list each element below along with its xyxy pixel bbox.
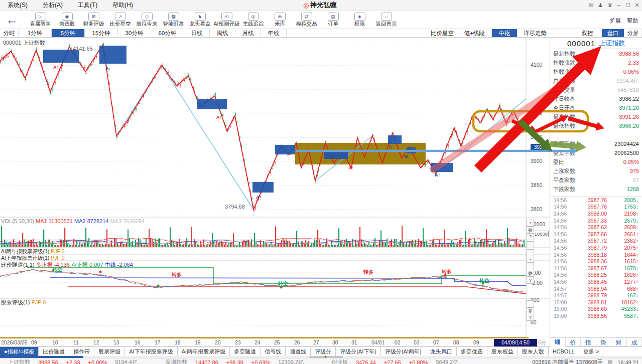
menu-help[interactable]: 帮助(H) <box>105 1 141 10</box>
permissions-button[interactable]: ◈权限 <box>346 13 373 27</box>
expand-button[interactable]: 扩展 <box>610 17 621 25</box>
x-axis-label: 23 <box>235 339 241 346</box>
maximize-button[interactable]: ☐ <box>625 2 630 9</box>
period-tab-week[interactable]: 周线 <box>210 29 235 37</box>
quote-mini-tab-detail[interactable]: 细 <box>550 338 566 347</box>
watchlist-button[interactable]: ◉自选股 <box>54 13 80 27</box>
quote-row: 委卖手数20962500 <box>550 148 642 157</box>
x-axis-label: 20 <box>215 339 221 346</box>
quote-mini-tab-finance[interactable]: 财 <box>611 338 627 346</box>
tape-row: 14:573988.94688↑ <box>550 285 642 292</box>
panel-button[interactable]: 参 <box>527 227 534 234</box>
tunnel-mid: 中线 -2.064 <box>105 262 133 268</box>
period-tab-1min[interactable]: 1分钟 <box>19 29 52 37</box>
indicator-tab-leader-gap[interactable]: 龙头风口 <box>426 347 457 356</box>
menu-system[interactable]: 系统(S) <box>0 1 35 10</box>
quote-mini-tab-price[interactable]: 价 <box>566 338 581 346</box>
help-button[interactable]: 帮助 <box>627 17 638 25</box>
finance-rating-button[interactable]: ⊞财务评级 <box>80 13 107 27</box>
period-tab-30min[interactable]: 30分钟 <box>118 29 151 37</box>
menu-analysis[interactable]: 分析(A) <box>35 1 70 10</box>
period-tab-month[interactable]: 月线 <box>235 29 261 37</box>
sim-trading-button[interactable]: ⇄模拟交易 <box>293 13 320 27</box>
panel-button[interactable]: ? <box>527 314 534 321</box>
period-tab-15min[interactable]: 15分钟 <box>85 29 118 37</box>
indicator-tab-shareholder-equity[interactable]: 股东权益 <box>487 347 518 356</box>
panel-button[interactable]: - <box>527 256 534 263</box>
mode-tab-price-compare-sky[interactable]: 比价星空 <box>428 29 457 37</box>
period-tab-60min[interactable]: 60分钟 <box>151 29 184 37</box>
quote-mini-tab-volume[interactable]: 成 <box>627 338 642 346</box>
indicator-tab-long-short-tunnel[interactable]: 多空隧道 <box>230 347 261 356</box>
panel-button[interactable]: - <box>527 241 534 248</box>
panel-button[interactable]: - <box>527 262 534 269</box>
status-segment: 上证指数 <box>8 358 30 364</box>
tape-price: 3987.62 <box>573 224 607 230</box>
vip-icon[interactable]: ♛ <box>607 2 612 9</box>
mail-icon[interactable]: ✉ <box>589 2 593 9</box>
ai-predict-rating-button[interactable]: AIAI预测评级 <box>213 13 240 27</box>
indicator-tab-channel-line[interactable]: 通道线 <box>286 347 311 356</box>
leader-watch-button[interactable]: ♞龙头看盘 <box>187 13 213 27</box>
tape-price: 3987.79 <box>573 245 607 251</box>
indicator-tab-long-short-select[interactable]: 多空优选 <box>457 347 487 356</box>
user-icon[interactable]: ♟ <box>598 2 603 9</box>
tape-volume: 2108↑ <box>607 211 642 217</box>
price-compare-sky-button[interactable]: ↗比价星空 <box>107 13 134 27</box>
minimize-button[interactable]: ─ <box>617 2 621 8</box>
mode-tab-pen-segment[interactable]: 笔+线段 <box>457 29 492 37</box>
miku-button[interactable]: 米米库 <box>267 13 293 27</box>
indicator-tab-rating-score-ai-next[interactable]: 评级分(AI下年) <box>336 347 381 356</box>
live-teaching-button[interactable]: ▷直播教学 <box>27 13 54 27</box>
rating-value: PJF 0 <box>32 299 46 305</box>
quote-row-label: 委比 <box>553 158 564 166</box>
period-tab-time[interactable]: 分时 <box>0 29 19 37</box>
indicator-tab-ai-twoyear-rating[interactable]: AI两年报股票评级 <box>178 347 230 356</box>
panel-button[interactable]: ? <box>527 233 534 240</box>
indicator-tab-ai-nextyear-rating[interactable]: AI下年报股票评级 <box>125 347 177 356</box>
period-tab-5min[interactable]: 5分钟 <box>52 29 85 37</box>
tape-time: 14:56 <box>550 238 573 244</box>
close-button[interactable]: ✕ <box>635 2 639 9</box>
indicator-tab-price-tunnel[interactable]: 比价隧道 <box>39 347 69 356</box>
x-axis-label: 09 <box>31 339 37 346</box>
quote-row: 指数涨跌2.33 <box>550 58 642 67</box>
panel-button[interactable]: - <box>527 249 534 256</box>
menu-tools[interactable]: 工具(T) <box>70 1 105 10</box>
indicator-tab-stock-rating[interactable]: 股票评级 <box>94 347 125 356</box>
quote-mini-tab-index[interactable]: 指 <box>581 338 596 346</box>
tape-price: 3987.67 <box>573 265 607 271</box>
quote-row-value: 975 <box>630 168 639 174</box>
mainline-track-button[interactable]: ◎主线追踪 <box>240 13 267 27</box>
orders-button[interactable]: ▤订单 <box>320 13 346 27</box>
indicator-tab-operation-band[interactable]: 操作带 <box>69 347 94 356</box>
back-home-button[interactable]: ⌂返回首页 <box>373 13 400 27</box>
view-tab-dual-control[interactable]: 双控 <box>573 29 602 37</box>
panel-button[interactable]: ? <box>527 277 534 284</box>
toolbar-item-label: 返回首页 <box>373 21 400 27</box>
panel-button[interactable]: - <box>527 300 534 307</box>
panel-button[interactable]: 参 <box>527 270 534 277</box>
indicator-tab-more[interactable]: 更多 > <box>579 347 603 356</box>
view-tab-order-book[interactable]: 盘口 <box>602 29 624 37</box>
indicator-tab-hcboll[interactable]: HCBOLL <box>549 347 579 356</box>
play-icon: ▷ <box>35 13 46 21</box>
mode-tab-pivot[interactable]: 中枢 <box>492 29 518 37</box>
smart-watch-button[interactable]: ▦智能盯盘 <box>160 13 187 27</box>
indicator-tab-signal-line[interactable]: 信号线 <box>261 347 286 356</box>
tape-price: 3988.25 <box>573 272 607 278</box>
view-tab-split-screen[interactable]: 分屏 <box>624 29 642 37</box>
stock-history-button[interactable]: ◇股往今来 <box>134 13 160 27</box>
chart-symbol-label: 000001 上证指数 <box>3 40 45 46</box>
indicator-tab-rating-score-ai-two[interactable]: 评级分(AI两年) <box>381 347 426 356</box>
svg-text:转多: 转多 <box>441 269 452 274</box>
panel-button[interactable]: 参 <box>527 307 534 314</box>
period-tab-year[interactable]: 年线 <box>261 29 287 37</box>
mode-tab-detailed-trend[interactable]: 详尽走势 <box>518 29 553 37</box>
indicator-tab-indicator-template[interactable]: ●指标/○模板 <box>0 347 39 356</box>
symbol-name[interactable]: 上证指数 <box>599 39 625 48</box>
period-tab-day[interactable]: 日线 <box>184 29 210 37</box>
back-button[interactable]: ← <box>3 12 21 27</box>
panel-button[interactable]: + <box>527 220 534 227</box>
quote-mini-tab-trend[interactable]: 势 <box>596 338 612 346</box>
